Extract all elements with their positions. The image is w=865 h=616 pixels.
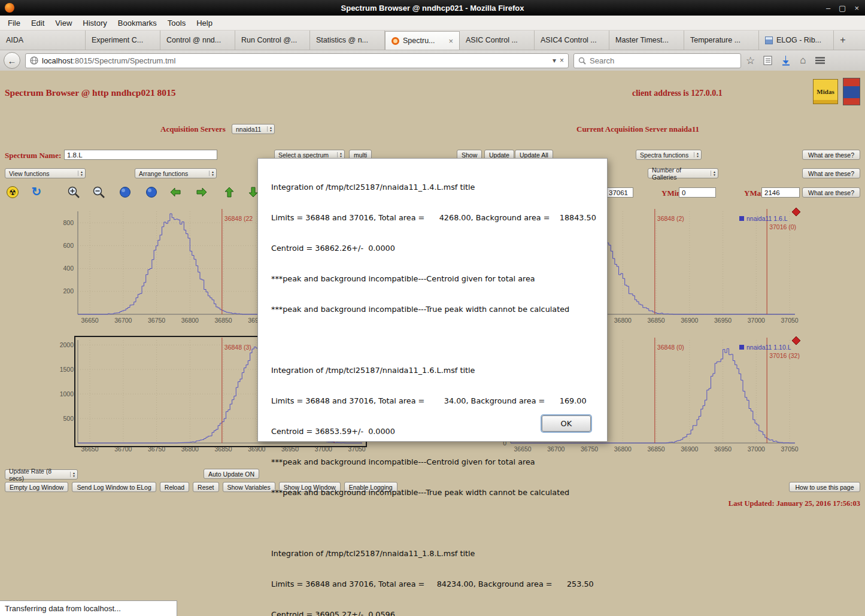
tab-asic4-control[interactable]: ASIC4 Control ...: [535, 31, 609, 50]
zoom-in-icon[interactable]: [67, 186, 80, 199]
back-button[interactable]: ←: [4, 52, 20, 69]
secondary-logo: [843, 78, 860, 105]
reset-button[interactable]: Reset: [193, 482, 218, 492]
stop-icon[interactable]: ×: [560, 56, 564, 65]
elog-favicon: [765, 37, 773, 44]
svg-text:nnaida11 1.6.L: nnaida11 1.6.L: [746, 215, 788, 222]
svg-text:36650: 36650: [81, 317, 98, 324]
spectra-functions-dropdown[interactable]: Spectra functions ▲▼: [636, 150, 702, 160]
url-text: localhost:8015/Spectrum/Spectrum.tml: [42, 56, 175, 65]
tab-statistics[interactable]: Statistics @ n...: [310, 31, 385, 50]
empty-log-window-button[interactable]: Empty Log Window: [5, 482, 68, 492]
url-dropdown-icon[interactable]: ▾: [553, 56, 556, 65]
tab-bar: AIDA Experiment C... Control @ nnd... Ru…: [0, 31, 865, 50]
tab-throbber-icon: [391, 37, 399, 45]
blue-sphere-icon-2[interactable]: [145, 186, 158, 199]
last-updated-text: Last Updated: January 25, 2016 17:56:03: [729, 499, 860, 508]
minimize-icon[interactable]: –: [826, 4, 830, 13]
svg-text:36700: 36700: [114, 317, 132, 324]
dialog-line: [271, 335, 602, 345]
svg-text:☢: ☢: [9, 188, 16, 197]
download-icon[interactable]: [781, 55, 791, 66]
menu-history[interactable]: History: [77, 16, 112, 31]
svg-text:37050: 37050: [781, 317, 798, 324]
radioactive-icon[interactable]: ☢: [6, 186, 19, 199]
svg-text:36800: 36800: [614, 317, 632, 324]
search-icon: [578, 57, 586, 65]
tab-aida[interactable]: AIDA: [0, 31, 86, 50]
menu-view[interactable]: View: [50, 16, 77, 31]
tab-spectrum[interactable]: Spectru... ×: [385, 31, 460, 50]
svg-text:37016 (0): 37016 (0): [769, 223, 796, 230]
menu-tools[interactable]: Tools: [162, 16, 191, 31]
tab-experiment[interactable]: Experiment C...: [86, 31, 160, 50]
update-rate-dropdown[interactable]: Update Rate (8 secs) ▲▼: [5, 469, 78, 480]
svg-text:36900: 36900: [681, 317, 698, 324]
ok-button[interactable]: OK: [542, 415, 591, 432]
bookmark-star-icon[interactable]: ☆: [746, 54, 755, 67]
page-title: Spectrum Browser @ http nndhcp021 8015: [5, 87, 176, 98]
acquisition-server-select[interactable]: nnaida11 ▲▼: [232, 124, 275, 134]
view-functions-dropdown[interactable]: View functions ▲▼: [5, 168, 86, 178]
svg-text:36848 (2): 36848 (2): [657, 215, 684, 222]
how-to-use-button[interactable]: How to use this page: [789, 482, 860, 492]
search-bar[interactable]: [573, 53, 741, 68]
move-up-icon[interactable]: [223, 186, 236, 199]
ymax-input[interactable]: [761, 187, 800, 198]
tab-run-control[interactable]: Run Control @...: [235, 31, 310, 50]
select-arrows-icon: ▲▼: [337, 152, 342, 157]
svg-text:36850: 36850: [214, 317, 232, 324]
tab-close-icon[interactable]: ×: [448, 37, 453, 45]
tab-master-timestamp[interactable]: Master Timest...: [609, 31, 684, 50]
menu-bookmarks[interactable]: Bookmarks: [113, 16, 162, 31]
close-icon[interactable]: ×: [854, 4, 859, 13]
svg-text:600: 600: [63, 242, 74, 249]
menu-help[interactable]: Help: [191, 16, 218, 31]
svg-text:36848 (3): 36848 (3): [224, 344, 251, 351]
svg-text:2000: 2000: [60, 341, 74, 348]
tab-elog[interactable]: ELOG - Rib...: [759, 31, 834, 50]
window-title: Spectrum Browser @ nndhcp021 - Mozilla F…: [0, 4, 865, 13]
menu-icon[interactable]: [815, 56, 825, 65]
svg-text:36848 (0): 36848 (0): [657, 344, 684, 351]
globe-icon[interactable]: [30, 56, 38, 65]
new-tab-button[interactable]: +: [834, 31, 852, 50]
spectrum-name-label: Spectrum Name:: [5, 151, 61, 160]
move-right-icon[interactable]: [195, 186, 208, 199]
svg-text:1500: 1500: [60, 366, 74, 373]
arrange-functions-dropdown[interactable]: Arrange functions ▲▼: [135, 168, 217, 178]
maximize-icon[interactable]: ▢: [839, 4, 846, 13]
x-limit-input[interactable]: [606, 187, 633, 198]
zoom-out-icon[interactable]: [92, 186, 105, 199]
what-are-these-button-3[interactable]: What are these?: [802, 187, 860, 198]
tab-control[interactable]: Control @ nnd...: [160, 31, 235, 50]
move-left-icon[interactable]: [169, 186, 182, 199]
svg-text:400: 400: [63, 265, 74, 272]
reading-list-icon[interactable]: [763, 56, 772, 65]
svg-text:36950: 36950: [714, 317, 732, 324]
auto-update-button[interactable]: Auto Update ON: [204, 469, 259, 479]
menu-edit[interactable]: Edit: [26, 16, 50, 31]
status-bar: Transferring data from localhost...: [0, 600, 177, 616]
svg-text:1000: 1000: [60, 390, 74, 397]
firefox-icon: [5, 3, 14, 13]
number-of-galleries-dropdown[interactable]: Number of Galleries ▲▼: [648, 168, 718, 178]
tab-asic-control[interactable]: ASIC Control ...: [460, 31, 535, 50]
refresh-icon[interactable]: ↻: [30, 185, 43, 198]
send-log-to-elog-button[interactable]: Send Log Window to ELog: [72, 482, 156, 492]
spectrum-name-input[interactable]: [64, 150, 217, 160]
integration-results-dialog: Integration of /tmp/tcl25187/nnaida11_1.…: [257, 158, 608, 442]
reload-button[interactable]: Reload: [160, 482, 189, 492]
ymin-input[interactable]: [679, 187, 716, 198]
select-arrows-icon: ▲▼: [209, 171, 214, 176]
svg-text:200: 200: [63, 287, 74, 295]
svg-text:37016 (32): 37016 (32): [769, 352, 800, 359]
tab-temperature[interactable]: Temperature ...: [684, 31, 759, 50]
blue-sphere-icon-1[interactable]: [119, 186, 132, 199]
what-are-these-button-1[interactable]: What are these?: [802, 150, 860, 160]
url-bar[interactable]: localhost:8015/Spectrum/Spectrum.tml ▾ ×: [25, 53, 569, 68]
menu-file[interactable]: File: [2, 16, 26, 31]
home-icon[interactable]: ⌂: [800, 54, 806, 66]
search-input[interactable]: [590, 56, 721, 65]
what-are-these-button-2[interactable]: What are these?: [802, 168, 860, 178]
